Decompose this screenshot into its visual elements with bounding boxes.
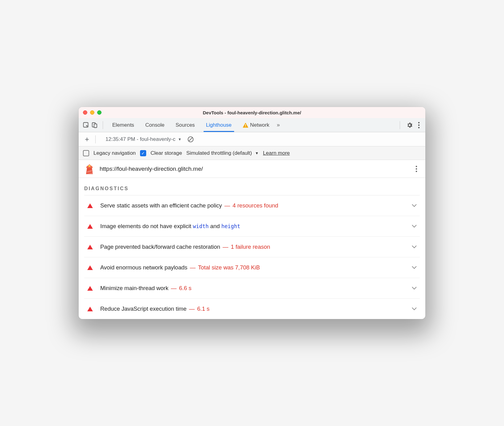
close-window-button[interactable] [83,110,87,115]
svg-line-10 [189,137,192,141]
diagnostic-text: Reduce JavaScript execution time—6.1 s [100,305,209,312]
svg-rect-2 [94,124,97,128]
caret-down-icon: ▼ [255,151,259,155]
devtools-window: DevTools - foul-heavenly-direction.glitc… [79,107,425,319]
svg-point-7 [418,124,420,126]
caret-down-icon: ▼ [178,137,182,141]
inspect-element-icon[interactable] [82,121,90,129]
tab-lighthouse[interactable]: Lighthouse [200,118,237,132]
tab-label: Sources [176,122,195,128]
diagnostic-title: Reduce JavaScript execution time [100,305,187,312]
diagnostic-title: Avoid enormous network payloads [100,264,187,271]
diagnostic-row[interactable]: Page prevented back/forward cache restor… [84,237,420,257]
diagnostic-title: Serve static assets with an efficient ca… [100,202,222,209]
chevron-down-icon [412,266,417,269]
settings-icon[interactable] [404,122,415,129]
diagnostic-title: Minimize main-thread work [100,285,168,291]
svg-point-17 [416,168,417,170]
main-menu-button[interactable] [415,122,422,129]
lighthouse-options: Legacy navigation ✓ Clear storage Simula… [79,146,425,160]
warning-icon [243,123,248,128]
diagnostic-text: Avoid enormous network payloads—Total si… [100,264,260,271]
fail-triangle-icon [87,286,93,291]
diagnostic-detail: Total size was 7,708 KiB [198,264,260,271]
svg-point-8 [418,127,420,128]
diagnostic-row[interactable]: Reduce JavaScript execution time—6.1 s [84,299,420,319]
fail-triangle-icon [87,307,93,311]
diagnostic-row[interactable]: Minimize main-thread work—6.6 s [84,278,420,299]
diagnostic-row[interactable]: Serve static assets with an efficient ca… [84,195,420,216]
tab-label: Lighthouse [206,122,232,128]
tab-console[interactable]: Console [140,118,170,132]
chevron-down-icon [412,287,417,290]
new-report-button[interactable]: + [83,135,91,144]
lighthouse-toolbar: + 12:35:47 PM - foul-heavenly-c ▼ [79,132,425,146]
diagnostic-detail: 6.6 s [179,285,192,291]
fail-triangle-icon [87,265,93,270]
tab-sources[interactable]: Sources [170,118,200,132]
titlebar: DevTools - foul-heavenly-direction.glitc… [79,107,425,118]
svg-rect-5 [245,126,246,127]
code-token: height [221,223,240,229]
tab-network[interactable]: Network [237,118,275,132]
tab-label: Console [145,122,164,128]
report-header: https://foul-heavenly-direction.glitch.m… [79,160,425,178]
chevron-down-icon [412,245,417,248]
legacy-navigation-checkbox[interactable] [83,150,89,156]
learn-more-link[interactable]: Learn more [263,150,290,156]
diagnostic-text: Minimize main-thread work—6.6 s [100,285,192,292]
diagnostic-text: Serve static assets with an efficient ca… [100,202,278,209]
devtools-tabbar: ElementsConsoleSourcesLighthouseNetwork … [79,118,425,132]
fail-triangle-icon [87,245,93,249]
lighthouse-icon [84,163,95,175]
svg-point-18 [416,170,417,172]
divider [400,121,400,129]
clear-storage-checkbox[interactable]: ✓ [140,150,146,156]
tab-label: Network [250,122,269,128]
chevron-down-icon [412,307,417,310]
diagnostic-row[interactable]: Avoid enormous network payloads—Total si… [84,257,420,278]
diagnostic-row[interactable]: Image elements do not have explicit widt… [84,216,420,237]
svg-point-16 [416,166,417,167]
diagnostic-title: Page prevented back/forward cache restor… [100,244,220,250]
throttling-select[interactable]: Simulated throttling (default) ▼ [186,150,259,156]
report-menu-button[interactable] [413,166,420,172]
code-token: width [193,223,209,229]
fail-triangle-icon [87,203,93,208]
window-controls [83,110,101,115]
report-select-label: 12:35:47 PM - foul-heavenly-c [105,136,176,142]
tab-elements[interactable]: Elements [107,118,140,132]
svg-rect-4 [245,124,246,126]
svg-point-6 [418,122,420,123]
minimize-window-button[interactable] [90,110,94,115]
maximize-window-button[interactable] [97,110,101,115]
divider [95,135,96,143]
diagnostics-list: Serve static assets with an efficient ca… [84,195,420,319]
clear-storage-label: Clear storage [151,150,182,156]
device-toggle-icon[interactable] [90,121,99,129]
diagnostic-text: Page prevented back/forward cache restor… [100,244,270,250]
diagnostic-detail: 1 failure reason [231,244,270,250]
chevron-down-icon [412,204,417,207]
legacy-navigation-label: Legacy navigation [93,150,136,156]
tabs: ElementsConsoleSourcesLighthouseNetwork [107,118,275,132]
report-url: https://foul-heavenly-direction.glitch.m… [100,166,413,172]
diagnostic-detail: 6.1 s [197,305,209,312]
divider [103,121,103,129]
window-title: DevTools - foul-heavenly-direction.glitc… [79,110,425,115]
chevron-down-icon [412,225,417,228]
diagnostic-text: Image elements do not have explicit widt… [100,223,240,230]
report-select[interactable]: 12:35:47 PM - foul-heavenly-c ▼ [105,136,182,142]
tab-label: Elements [112,122,134,128]
throttling-label: Simulated throttling (default) [186,150,252,156]
fail-triangle-icon [87,224,93,229]
diagnostics-heading: DIAGNOSTICS [79,178,425,195]
clear-all-button[interactable] [187,136,194,143]
diagnostic-detail: 4 resources found [233,202,278,209]
svg-rect-12 [89,165,90,167]
more-tabs-button[interactable]: » [275,122,282,128]
